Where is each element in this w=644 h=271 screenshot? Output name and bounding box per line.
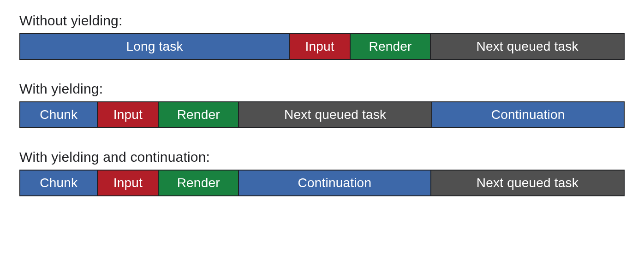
section-without-yielding: Without yielding: Long task Input Render… — [19, 13, 625, 60]
seg-long-task: Long task — [19, 33, 290, 60]
section-title: Without yielding: — [19, 13, 625, 29]
seg-render: Render — [159, 101, 239, 128]
seg-chunk: Chunk — [19, 170, 98, 196]
seg-continuation: Continuation — [432, 101, 625, 128]
task-bar: Chunk Input Render Continuation Next que… — [19, 170, 625, 196]
seg-chunk: Chunk — [19, 101, 98, 128]
seg-continuation: Continuation — [239, 170, 431, 196]
task-bar: Chunk Input Render Next queued task Cont… — [19, 101, 625, 128]
section-with-yielding-and-continuation: With yielding and continuation: Chunk In… — [19, 149, 625, 196]
seg-input: Input — [98, 101, 159, 128]
seg-render: Render — [159, 170, 239, 196]
seg-next-queued-task: Next queued task — [239, 101, 432, 128]
seg-render: Render — [351, 33, 431, 60]
section-title: With yielding and continuation: — [19, 149, 625, 165]
section-with-yielding: With yielding: Chunk Input Render Next q… — [19, 81, 625, 128]
seg-input: Input — [98, 170, 159, 196]
seg-input: Input — [290, 33, 351, 60]
seg-next-queued-task: Next queued task — [431, 33, 625, 60]
task-bar: Long task Input Render Next queued task — [19, 33, 625, 60]
section-title: With yielding: — [19, 81, 625, 97]
seg-next-queued-task: Next queued task — [431, 170, 625, 196]
